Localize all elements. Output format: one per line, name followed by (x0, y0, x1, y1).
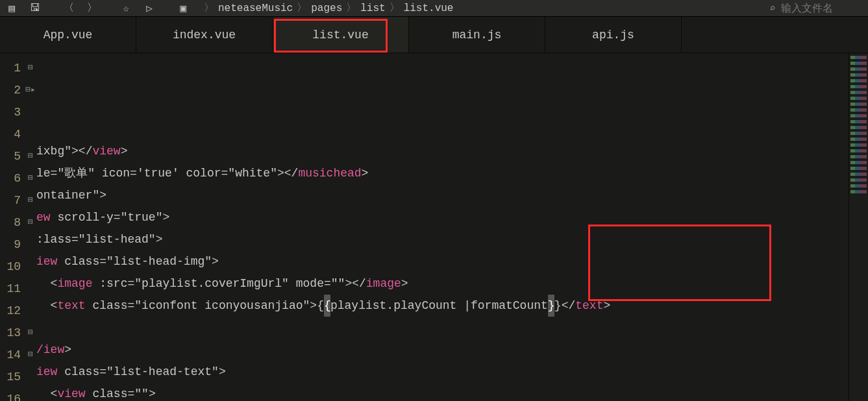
fold-toggle[interactable]: ⊟ (25, 57, 36, 79)
code-line[interactable]: le="歌单" icon='true' color="white"></musi… (36, 162, 849, 184)
tab-label: list.vue (312, 29, 368, 42)
fold-toggle[interactable]: ⊟ (25, 212, 36, 234)
fold-toggle[interactable]: ⊟ (25, 145, 36, 167)
tab-main-js[interactable]: main.js (409, 17, 545, 53)
search-input[interactable] (781, 3, 859, 14)
code-line[interactable]: /iew> (36, 339, 849, 361)
menu-icon[interactable]: ▤ (3, 1, 21, 16)
fold-toggle (25, 278, 36, 300)
line-number: 6 (0, 167, 25, 189)
breadcrumb: 〉 neteaseMusic 〉 pages 〉 list 〉 list.vue (204, 1, 453, 15)
line-number: 13 (0, 322, 25, 344)
line-number: 8 (0, 212, 25, 234)
code-line[interactable]: <text class="iconfont iconyousanjiao">{{… (36, 295, 849, 317)
code-line[interactable] (36, 96, 849, 118)
code-line[interactable]: ontainer"> (36, 184, 849, 206)
fold-toggle (25, 123, 36, 145)
line-number: 12 (0, 300, 25, 322)
chevron-right-icon: 〉 (346, 1, 356, 15)
code-area[interactable]: ixbg"></view>le="歌单" icon='true' color="… (36, 53, 849, 401)
back-icon[interactable]: 〈 (60, 1, 78, 16)
tab-label: api.js (592, 29, 634, 42)
chevron-right-icon: 〉 (204, 1, 214, 15)
code-line[interactable]: ixbg"></view> (36, 140, 849, 162)
code-editor[interactable]: 12345678910111213141516 ⊟⊟▸⊟⊟⊟⊟⊟⊟ ixbg">… (0, 53, 868, 401)
chevron-right-icon: 〉 (297, 1, 307, 15)
line-number: 1 (0, 57, 25, 79)
code-line[interactable]: iew class="list-head-text"> (36, 361, 849, 383)
fold-toggle[interactable]: ⊟ (25, 189, 36, 212)
app-icon: ▣ (174, 1, 192, 16)
tab-list-vue[interactable]: list.vue (273, 17, 409, 53)
fold-toggle (25, 101, 36, 123)
code-line[interactable]: iew class="list-head-img"> (36, 250, 849, 273)
run-icon[interactable]: ▷ (140, 1, 158, 16)
line-number: 10 (0, 256, 25, 278)
code-line[interactable] (36, 118, 849, 140)
save-icon[interactable]: 🖫 (26, 1, 44, 16)
tabbar: App.vue index.vue list.vue main.js api.j… (0, 17, 868, 53)
tab-app-vue[interactable]: App.vue (0, 17, 136, 53)
line-number: 11 (0, 278, 25, 300)
tab-label: index.vue (173, 29, 236, 42)
forward-icon[interactable]: 〉 (83, 1, 101, 16)
fold-toggle[interactable]: ⊟ (25, 322, 36, 344)
line-number-gutter: 12345678910111213141516 (0, 53, 25, 401)
fold-toggle[interactable]: ⊟ (25, 167, 36, 189)
fold-toggle[interactable]: ⊟ (25, 344, 36, 366)
fold-toggle (25, 234, 36, 256)
search-area: ⌕ (769, 2, 865, 15)
chevron-right-icon: 〉 (390, 1, 400, 15)
crumb[interactable]: neteaseMusic (218, 3, 293, 14)
code-line[interactable] (36, 317, 849, 339)
star-icon[interactable]: ☆ (117, 1, 135, 16)
line-number: 4 (0, 123, 25, 145)
fold-toggle (25, 256, 36, 278)
fold-toggle (25, 366, 36, 388)
line-number: 9 (0, 234, 25, 256)
line-number: 7 (0, 189, 25, 212)
line-number: 15 (0, 366, 25, 388)
toolbar: ▤ 🖫 〈 〉 ☆ ▷ ▣ 〉 neteaseMusic 〉 pages 〉 l… (0, 0, 868, 17)
crumb[interactable]: list (360, 3, 385, 14)
fold-toggle (25, 388, 36, 401)
fold-gutter[interactable]: ⊟⊟▸⊟⊟⊟⊟⊟⊟ (25, 53, 36, 401)
tab-label: App.vue (43, 29, 93, 42)
code-line[interactable]: :lass="list-head"> (36, 228, 849, 250)
line-number: 14 (0, 344, 25, 366)
tab-index-vue[interactable]: index.vue (136, 17, 273, 53)
tab-api-js[interactable]: api.js (545, 17, 682, 53)
code-line[interactable]: <view class=""> (36, 383, 849, 401)
code-line[interactable]: ew scroll-y="true"> (36, 206, 849, 228)
line-number: 5 (0, 145, 25, 167)
line-number: 3 (0, 101, 25, 123)
search-icon[interactable]: ⌕ (769, 2, 776, 15)
minimap[interactable] (849, 53, 868, 401)
tab-label: main.js (453, 29, 502, 42)
line-number: 16 (0, 388, 25, 401)
fold-toggle[interactable]: ⊟▸ (25, 79, 36, 101)
code-line[interactable]: <image :src="playlist.coverImgUrl" mode=… (36, 273, 849, 295)
fold-toggle (25, 300, 36, 322)
line-number: 2 (0, 79, 25, 101)
crumb[interactable]: pages (311, 3, 342, 14)
crumb[interactable]: list.vue (404, 3, 454, 14)
